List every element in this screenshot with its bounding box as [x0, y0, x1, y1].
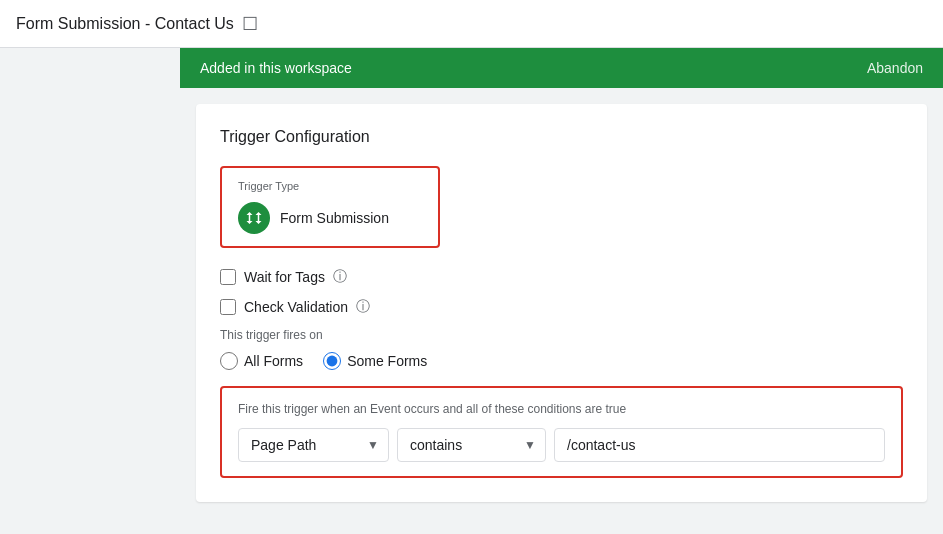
- wait-for-tags-checkbox[interactable]: [220, 269, 236, 285]
- conditions-title: Fire this trigger when an Event occurs a…: [238, 402, 885, 416]
- some-forms-label: Some Forms: [347, 353, 427, 369]
- trigger-type-box[interactable]: Trigger Type Form Submission: [220, 166, 440, 248]
- abandon-button[interactable]: Abandon: [867, 60, 923, 76]
- some-forms-radio-item[interactable]: Some Forms: [323, 352, 427, 370]
- variable-dropdown-wrapper[interactable]: Page Path Page URL Page Hostname Referre…: [238, 428, 389, 462]
- trigger-config-card: Trigger Configuration Trigger Type Form …: [196, 104, 927, 502]
- sidebar: [0, 48, 180, 534]
- banner-text: Added in this workspace: [200, 60, 352, 76]
- folder-icon[interactable]: ☐: [242, 13, 258, 35]
- condition-value-input[interactable]: [554, 428, 885, 462]
- workspace-banner: Added in this workspace Abandon: [180, 48, 943, 88]
- conditions-box: Fire this trigger when an Event occurs a…: [220, 386, 903, 478]
- content-panel: Added in this workspace Abandon Trigger …: [180, 48, 943, 534]
- operator-dropdown-wrapper[interactable]: contains equals starts with ends with ma…: [397, 428, 546, 462]
- all-forms-radio[interactable]: [220, 352, 238, 370]
- page-title: Form Submission - Contact Us: [16, 15, 234, 33]
- some-forms-radio[interactable]: [323, 352, 341, 370]
- wait-for-tags-help-icon[interactable]: ⓘ: [333, 268, 347, 286]
- wait-for-tags-row: Wait for Tags ⓘ: [220, 268, 903, 286]
- trigger-type-content: Form Submission: [238, 202, 422, 234]
- check-validation-help-icon[interactable]: ⓘ: [356, 298, 370, 316]
- trigger-type-icon: [238, 202, 270, 234]
- conditions-row: Page Path Page URL Page Hostname Referre…: [238, 428, 885, 462]
- check-validation-label: Check Validation: [244, 299, 348, 315]
- variable-dropdown[interactable]: Page Path Page URL Page Hostname Referre…: [238, 428, 389, 462]
- wait-for-tags-label: Wait for Tags: [244, 269, 325, 285]
- all-forms-label: All Forms: [244, 353, 303, 369]
- check-validation-row: Check Validation ⓘ: [220, 298, 903, 316]
- check-validation-checkbox[interactable]: [220, 299, 236, 315]
- operator-dropdown[interactable]: contains equals starts with ends with ma…: [397, 428, 546, 462]
- title-bar: Form Submission - Contact Us ☐: [0, 0, 943, 48]
- trigger-type-label: Trigger Type: [238, 180, 422, 192]
- fires-on-radio-group: All Forms Some Forms: [220, 352, 903, 370]
- main-content: Added in this workspace Abandon Trigger …: [0, 48, 943, 534]
- all-forms-radio-item[interactable]: All Forms: [220, 352, 303, 370]
- fires-on-label: This trigger fires on: [220, 328, 903, 342]
- trigger-type-name: Form Submission: [280, 210, 389, 226]
- config-section-title: Trigger Configuration: [220, 128, 903, 146]
